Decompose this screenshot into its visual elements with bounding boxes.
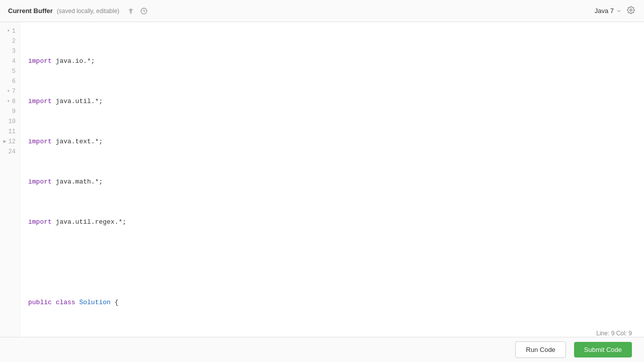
fold-arrow-12[interactable]: ▶ [4, 137, 7, 147]
line-number-3: 3 [0, 46, 20, 56]
code-editor[interactable]: import java.io.*; import java.util.*; im… [20, 22, 644, 337]
line-number-1: ▾ 1 [0, 26, 20, 36]
code-line-7: public class Solution { [28, 298, 644, 308]
buffer-subtitle: (saved locally, editable) [57, 8, 120, 15]
line-number-4: 4 [0, 56, 20, 66]
code-line-4: import java.math.*; [28, 177, 644, 187]
editor-header: Current Buffer (saved locally, editable)… [0, 0, 644, 22]
code-line-3: import java.text.*; [28, 137, 644, 147]
header-icons [126, 7, 148, 16]
editor-area[interactable]: ▾ 1 2 3 4 5 6 ▾ 7 ▾ 8 [0, 22, 644, 337]
footer: Run Code Submit Code [0, 337, 644, 362]
fold-arrow-1[interactable]: ▾ [7, 26, 10, 36]
settings-button[interactable] [626, 5, 636, 17]
line-number-2: 2 [0, 36, 20, 46]
line-number-8: ▾ 8 [0, 97, 20, 107]
code-line-2: import java.util.*; [28, 97, 644, 107]
line-number-5: 5 [0, 66, 20, 76]
run-button[interactable]: Run Code [515, 341, 566, 358]
submit-button[interactable]: Submit Code [574, 342, 632, 357]
line-number-9: 9 [0, 107, 20, 117]
fold-arrow-8[interactable]: ▾ [7, 97, 10, 107]
header-right: Java 7 [595, 5, 636, 17]
line-number-6: 6 [0, 76, 20, 86]
status-bar: Line: 9 Col: 9 [596, 330, 632, 337]
language-label: Java 7 [595, 7, 614, 15]
line-number-10: 10 [0, 117, 20, 127]
header-left: Current Buffer (saved locally, editable) [8, 7, 148, 16]
line-number-12: ▶ 12 [0, 137, 20, 147]
fold-arrow-7[interactable]: ▾ [7, 86, 10, 97]
pin-button[interactable] [126, 7, 135, 16]
line-number-7: ▾ 7 [0, 86, 20, 97]
line-number-24: 24 [0, 147, 20, 157]
line-numbers: ▾ 1 2 3 4 5 6 ▾ 7 ▾ 8 [0, 22, 20, 337]
buffer-title: Current Buffer [8, 7, 53, 15]
svg-point-2 [630, 9, 632, 11]
code-line-5: import java.util.regex.*; [28, 217, 644, 227]
language-selector[interactable]: Java 7 [595, 7, 622, 15]
code-line-1: import java.io.*; [28, 56, 644, 66]
code-line-6 [28, 257, 644, 267]
history-button[interactable] [139, 7, 148, 16]
line-number-11: 11 [0, 127, 20, 137]
cursor-position: Line: 9 Col: 9 [596, 330, 632, 337]
